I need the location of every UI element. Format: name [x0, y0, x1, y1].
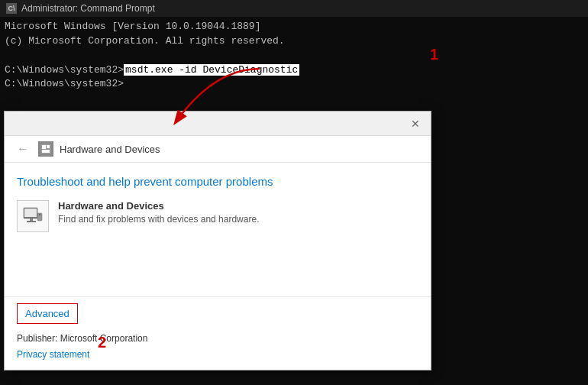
svg-rect-6 — [24, 209, 37, 217]
dialog-nav-title: Hardware and Devices — [60, 144, 160, 155]
dialog-footer: Advanced Publisher: Microsoft Corporatio… — [5, 296, 431, 370]
step-2-label: 2 — [98, 334, 106, 351]
troubleshoot-item-desc: Find and fix problems with devices and h… — [58, 214, 259, 225]
svg-rect-4 — [42, 150, 50, 153]
cmd-titlebar: C\ Administrator: Command Prompt — [0, 0, 588, 17]
svg-rect-2 — [42, 145, 46, 149]
cmd-window: C\ Administrator: Command Prompt Microso… — [0, 0, 588, 385]
cmd-line-2: (c) Microsoft Corporation. All rights re… — [5, 34, 583, 49]
cmd-content: Microsoft Windows [Version 10.0.19044.18… — [0, 17, 588, 95]
dialog-titlebar: ✕ — [5, 112, 431, 136]
cmd-icon: C\ — [6, 3, 17, 14]
troubleshoot-item: Hardware and Devices Find and fix proble… — [17, 200, 418, 232]
cmd-command: msdt.exe -id DeviceDiagnostic — [124, 64, 299, 76]
svg-point-10 — [39, 214, 40, 215]
hardware-devices-icon — [22, 205, 44, 227]
step-1-label: 1 — [430, 46, 438, 63]
svg-rect-8 — [27, 221, 36, 222]
svg-rect-7 — [30, 218, 33, 221]
cmd-prompt: C:\Windows\system32> — [5, 64, 124, 76]
cmd-line-5: C:\Windows\system32> — [5, 77, 583, 92]
dialog-heading: Troubleshoot and help prevent computer p… — [17, 175, 418, 188]
dialog-back-button[interactable]: ← — [14, 141, 32, 157]
dialog-nav: ← Hardware and Devices — [5, 136, 431, 163]
troubleshoot-item-text: Hardware and Devices Find and fix proble… — [58, 200, 259, 225]
dialog-nav-icon — [38, 141, 53, 157]
troubleshoot-item-title: Hardware and Devices — [58, 200, 259, 212]
dialog-body: Troubleshoot and help prevent computer p… — [5, 163, 431, 296]
svg-rect-3 — [47, 145, 50, 148]
publisher-text: Publisher: Microsoft Corporation — [17, 333, 418, 344]
dialog-box: ✕ ← Hardware and Devices Troubleshoot an… — [4, 111, 431, 370]
advanced-button[interactable]: Advanced — [19, 306, 76, 322]
advanced-button-wrapper: Advanced — [17, 303, 78, 324]
privacy-statement-link[interactable]: Privacy statement — [17, 349, 89, 360]
cmd-line-4: C:\Windows\system32>msdt.exe -id DeviceD… — [5, 63, 583, 78]
cmd-title: Administrator: Command Prompt — [21, 3, 155, 14]
cmd-line-3 — [5, 49, 583, 63]
cmd-line-1: Microsoft Windows [Version 10.0.19044.18… — [5, 20, 583, 34]
troubleshoot-icon-box — [17, 200, 49, 232]
dialog-close-button[interactable]: ✕ — [408, 116, 423, 131]
